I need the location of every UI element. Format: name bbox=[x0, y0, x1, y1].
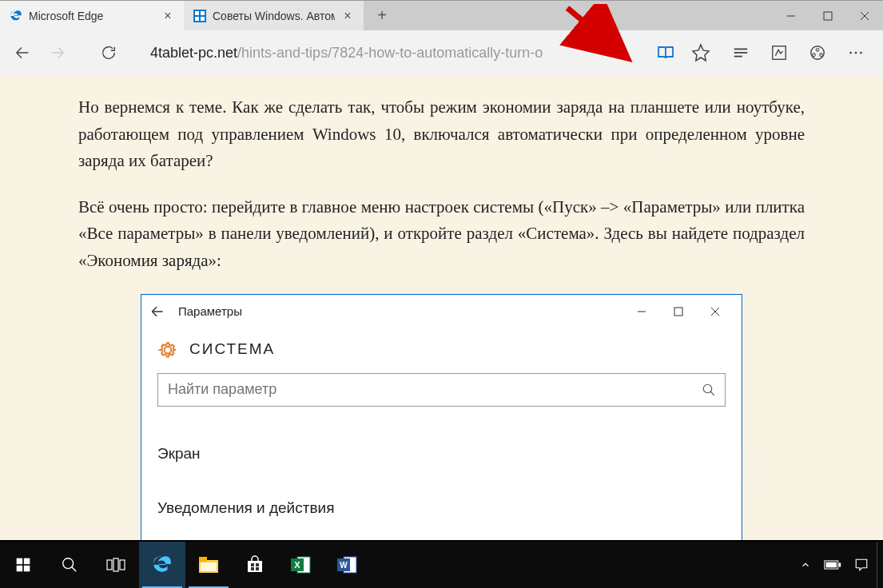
share-button[interactable] bbox=[801, 37, 833, 69]
taskbar-edge[interactable] bbox=[139, 542, 185, 588]
settings-screenshot: Параметры СИСТЕМА Экран Уведомлени bbox=[141, 294, 742, 540]
settings-item-display: Экран bbox=[157, 439, 726, 469]
svg-rect-40 bbox=[251, 563, 254, 566]
svg-point-31 bbox=[63, 558, 74, 569]
search-input[interactable] bbox=[157, 373, 726, 407]
svg-point-16 bbox=[820, 54, 823, 57]
settings-titlebar: Параметры bbox=[141, 295, 742, 328]
refresh-button[interactable] bbox=[93, 37, 125, 69]
url-path: /hints-and-tips/7824-how-to-automaticall… bbox=[237, 45, 543, 62]
svg-point-14 bbox=[816, 49, 819, 52]
svg-rect-41 bbox=[256, 563, 259, 566]
taskbar: X W bbox=[0, 542, 883, 588]
search-button[interactable] bbox=[46, 542, 93, 588]
taskbar-word[interactable]: W bbox=[324, 542, 371, 588]
tab-title: Microsoft Edge bbox=[29, 10, 155, 22]
svg-text:W: W bbox=[340, 561, 348, 570]
page-content: Но вернемся к теме. Как же сделать так, … bbox=[0, 75, 883, 540]
svg-rect-37 bbox=[199, 557, 207, 562]
settings-favicon bbox=[193, 10, 206, 22]
svg-rect-27 bbox=[17, 558, 23, 565]
article-paragraph: Всё очень просто: перейдите в главное ме… bbox=[78, 194, 805, 275]
close-icon bbox=[697, 299, 734, 324]
article-paragraph: Но вернемся к теме. Как же сделать так, … bbox=[78, 94, 805, 175]
favorite-button[interactable] bbox=[685, 37, 717, 69]
svg-rect-34 bbox=[113, 558, 118, 571]
taskbar-store[interactable] bbox=[232, 542, 278, 588]
svg-point-18 bbox=[855, 52, 857, 54]
svg-rect-6 bbox=[824, 12, 832, 20]
svg-rect-29 bbox=[17, 566, 23, 572]
svg-rect-39 bbox=[248, 561, 262, 572]
maximize-icon bbox=[660, 299, 697, 324]
search-icon bbox=[702, 383, 716, 397]
svg-rect-12 bbox=[773, 46, 786, 60]
forward-button bbox=[42, 37, 74, 69]
svg-text:X: X bbox=[294, 560, 300, 570]
svg-rect-2 bbox=[201, 11, 205, 15]
chevron-up-icon[interactable] bbox=[800, 559, 811, 570]
svg-line-32 bbox=[72, 567, 77, 572]
show-desktop-button[interactable] bbox=[877, 542, 883, 588]
battery-icon[interactable] bbox=[824, 559, 841, 570]
svg-point-15 bbox=[813, 54, 816, 57]
back-button[interactable] bbox=[6, 37, 38, 69]
tab-edge[interactable]: Microsoft Edge × bbox=[0, 1, 184, 30]
taskbar-excel[interactable]: X bbox=[278, 542, 324, 588]
url-domain: 4tablet-pc.net bbox=[150, 45, 237, 62]
svg-rect-43 bbox=[256, 567, 259, 570]
back-icon bbox=[149, 304, 173, 320]
svg-rect-21 bbox=[674, 308, 682, 316]
svg-rect-3 bbox=[195, 17, 199, 21]
new-tab-button[interactable]: + bbox=[364, 1, 400, 30]
svg-point-24 bbox=[703, 384, 712, 393]
svg-point-19 bbox=[860, 52, 862, 54]
gear-icon bbox=[157, 340, 177, 359]
start-button[interactable] bbox=[0, 542, 46, 588]
svg-rect-30 bbox=[24, 566, 30, 572]
browser-titlebar: Microsoft Edge × Советы Windows. Автом ×… bbox=[0, 0, 883, 30]
tab-title: Советы Windows. Автом bbox=[213, 10, 335, 22]
svg-rect-33 bbox=[107, 560, 112, 570]
tab-article[interactable]: Советы Windows. Автом × bbox=[184, 1, 364, 30]
window-controls bbox=[773, 1, 883, 30]
close-icon[interactable]: × bbox=[161, 9, 174, 23]
system-tray[interactable] bbox=[792, 558, 877, 572]
maximize-button[interactable] bbox=[809, 1, 846, 30]
more-button[interactable] bbox=[840, 37, 872, 69]
close-icon[interactable]: × bbox=[341, 9, 354, 23]
svg-rect-52 bbox=[826, 562, 837, 568]
edge-icon bbox=[10, 10, 22, 22]
minimize-icon bbox=[623, 299, 660, 324]
svg-rect-51 bbox=[839, 562, 841, 566]
hub-button[interactable] bbox=[725, 37, 757, 69]
taskview-button[interactable] bbox=[93, 542, 139, 588]
close-button[interactable] bbox=[846, 1, 883, 30]
reading-view-button[interactable] bbox=[650, 37, 682, 69]
settings-search bbox=[157, 373, 726, 407]
svg-rect-38 bbox=[201, 562, 217, 571]
settings-section-title: СИСТЕМА bbox=[189, 340, 275, 358]
svg-rect-28 bbox=[24, 558, 30, 565]
settings-item-notifications: Уведомления и действия bbox=[157, 493, 726, 523]
action-center-icon[interactable] bbox=[854, 558, 869, 572]
webnote-button[interactable] bbox=[763, 37, 795, 69]
minimize-button[interactable] bbox=[773, 1, 809, 30]
svg-point-17 bbox=[849, 52, 852, 54]
taskbar-explorer[interactable] bbox=[185, 542, 232, 588]
svg-line-25 bbox=[710, 391, 714, 395]
svg-rect-35 bbox=[120, 560, 125, 570]
svg-rect-42 bbox=[251, 567, 254, 570]
settings-title: Параметры bbox=[178, 304, 623, 318]
svg-rect-1 bbox=[195, 11, 199, 15]
address-bar[interactable]: 4tablet-pc.net/hints-and-tips/7824-how-t… bbox=[144, 38, 646, 67]
svg-rect-4 bbox=[201, 17, 205, 21]
browser-toolbar: 4tablet-pc.net/hints-and-tips/7824-how-t… bbox=[0, 30, 883, 75]
